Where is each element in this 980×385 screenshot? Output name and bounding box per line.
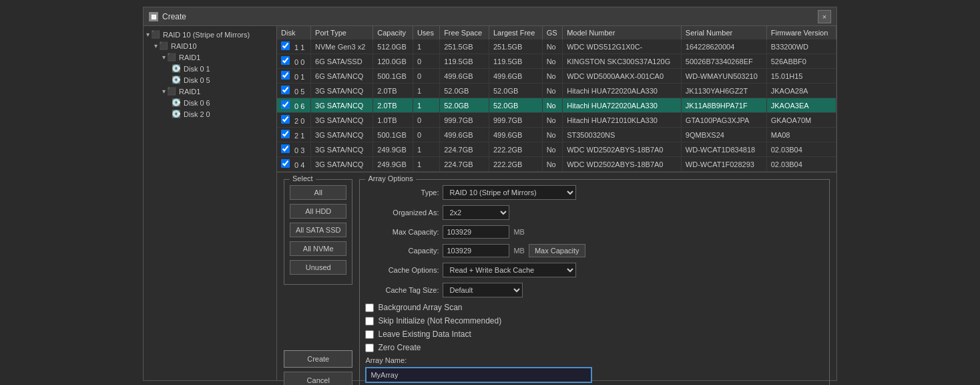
cache-tag-select[interactable]: Default4KB8KB16KB — [443, 283, 523, 297]
select-btn-all-nvme[interactable]: All NVMe — [290, 241, 346, 256]
disk-checkbox-cell[interactable]: 1 1 — [277, 39, 311, 54]
select-btn-all-hdd[interactable]: All HDD — [290, 204, 346, 219]
window-title: Create — [162, 12, 186, 21]
max-capacity-button[interactable]: Max Capacity — [529, 244, 585, 257]
create-button[interactable]: Create — [284, 350, 352, 368]
disk-checkbox-cell[interactable]: 0 1 — [277, 69, 311, 84]
model-cell: WDC WD2502ABYS-18B7A0 — [563, 142, 682, 157]
firmware-cell: 02.03B04 — [766, 157, 836, 172]
free-space-cell: 251.5GB — [440, 39, 489, 54]
firmware-cell: 02.03B04 — [766, 142, 836, 157]
cache-options-select[interactable]: Read + Write Back CacheRead Back CacheNo… — [443, 263, 576, 277]
table-row[interactable]: 0 33G SATA/NCQ249.9GB1224.7GB222.2GBNoWD… — [277, 142, 836, 157]
uses-cell: 1 — [413, 39, 439, 54]
zero-create-checkbox[interactable] — [365, 344, 374, 352]
capacity-cell: 2.0TB — [373, 84, 413, 98]
sidebar-item-disk01[interactable]: 💽 Disk 0 1 — [144, 63, 276, 74]
capacity-cell: 120.0GB — [373, 54, 413, 69]
largest-free-cell: 499.6GB — [489, 69, 542, 84]
sidebar-item-disk05[interactable]: 💽 Disk 0 5 — [144, 74, 276, 86]
firmware-cell: GKAOA70M — [766, 113, 836, 128]
sidebar-item-raid1-a[interactable]: ▾ ⬛ RAID1 — [144, 51, 276, 63]
tree-toggle: ▾ — [162, 53, 166, 61]
gs-cell: No — [542, 142, 563, 157]
type-label: Type: — [365, 188, 439, 197]
firmware-cell: JKAOA28A — [766, 84, 836, 98]
firmware-cell: 15.01H15 — [766, 69, 836, 84]
leave-existing-checkbox[interactable] — [365, 330, 374, 339]
disk-checkbox-cell[interactable]: 0 6 — [277, 98, 311, 113]
col-header-disk: Disk — [277, 26, 311, 39]
type-row: Type: RAID 10 (Stripe of Mirrors)RAID 0R… — [365, 185, 824, 200]
table-row[interactable]: 0 16G SATA/NCQ500.1GB0499.6GB499.6GBNoWD… — [277, 69, 836, 84]
model-cell: Hitachi HUA721010KLA330 — [563, 113, 682, 128]
largest-free-cell: 999.7GB — [489, 113, 542, 128]
select-btn-unused[interactable]: Unused — [290, 260, 346, 275]
max-capacity-input[interactable] — [443, 225, 509, 239]
port-type-cell: 3G SATA/NCQ — [311, 113, 373, 128]
serial-cell: 50026B73340268EF — [681, 54, 766, 69]
type-select[interactable]: RAID 10 (Stripe of Mirrors)RAID 0RAID 1R… — [443, 185, 576, 200]
table-row[interactable]: 1 1NVMe Gen3 x2512.0GB1251.5GB251.5GBNoW… — [277, 39, 836, 54]
col-header-largest-free: Largest Free — [489, 26, 542, 39]
disk-checkbox-cell[interactable]: 2 0 — [277, 113, 311, 128]
close-button[interactable]: × — [818, 10, 831, 23]
sidebar-item-raid10-stripe[interactable]: ▾ ⬛ RAID 10 (Stripe of Mirrors) — [144, 29, 276, 40]
table-row[interactable]: 2 03G SATA/NCQ1.0TB0999.7GB999.7GBNoHita… — [277, 113, 836, 128]
tree-label: Disk 0 1 — [184, 65, 210, 73]
disk-checkbox-cell[interactable]: 0 5 — [277, 84, 311, 98]
capacity-row: Capacity: MB Max Capacity — [365, 244, 824, 257]
table-row[interactable]: 0 63G SATA/NCQ2.0TB152.0GB52.0GBNoHitach… — [277, 98, 836, 113]
largest-free-cell: 52.0GB — [489, 98, 542, 113]
uses-cell: 1 — [413, 98, 439, 113]
sidebar-item-raid1-b[interactable]: ▾ ⬛ RAID1 — [144, 86, 276, 97]
table-row[interactable]: 2 13G SATA/NCQ500.1GB0499.6GB499.6GBNoST… — [277, 128, 836, 142]
tree-icon-disk: 💽 — [172, 98, 181, 107]
table-row[interactable]: 0 06G SATA/SSD120.0GB0119.5GB119.5GBNoKI… — [277, 54, 836, 69]
tree-toggle: ▾ — [154, 42, 158, 49]
uses-cell: 0 — [413, 113, 439, 128]
disk-checkbox-cell[interactable]: 0 0 — [277, 54, 311, 69]
app-icon: ▦ — [149, 12, 158, 21]
uses-cell: 1 — [413, 84, 439, 98]
sidebar-item-disk20[interactable]: 💽 Disk 2 0 — [144, 108, 276, 120]
cancel-button[interactable]: Cancel — [284, 372, 352, 385]
gs-cell: No — [542, 54, 563, 69]
sidebar-item-disk06[interactable]: 💽 Disk 0 6 — [144, 97, 276, 108]
tree-label: RAID1 — [179, 88, 200, 96]
organized-label: Organized As: — [365, 209, 439, 217]
main-window: ▦ Create × ▾ ⬛ RAID 10 (Stripe of Mirror… — [143, 7, 837, 381]
select-panel: Select AllAll HDDAll SATA SSDAll NVMeUnu… — [284, 179, 352, 285]
skip-init-checkbox[interactable] — [365, 317, 374, 326]
tree-icon-raid: ⬛ — [159, 41, 168, 50]
capacity-cell: 249.9GB — [373, 142, 413, 157]
sidebar-item-raid10[interactable]: ▾ ⬛ RAID10 — [144, 40, 276, 51]
capacity-cell: 1.0TB — [373, 113, 413, 128]
tree-label: RAID 10 (Stripe of Mirrors) — [163, 31, 250, 39]
col-header-model-number: Model Number — [563, 26, 682, 39]
bg-scan-checkbox[interactable] — [365, 303, 374, 312]
port-type-cell: 6G SATA/SSD — [311, 54, 373, 69]
array-name-section: Array Name: — [365, 356, 824, 383]
col-header-firmware-version: Firmware Version — [766, 26, 836, 39]
select-btn-all[interactable]: All — [290, 185, 346, 200]
tree-icon-disk: 💽 — [172, 64, 181, 73]
disk-checkbox-cell[interactable]: 0 4 — [277, 157, 311, 172]
table-row[interactable]: 0 53G SATA/NCQ2.0TB152.0GB52.0GBNoHitach… — [277, 84, 836, 98]
uses-cell: 1 — [413, 157, 439, 172]
uses-cell: 0 — [413, 128, 439, 142]
uses-cell: 0 — [413, 69, 439, 84]
max-capacity-label: Max Capacity: — [365, 228, 439, 236]
largest-free-cell: 222.2GB — [489, 157, 542, 172]
serial-cell: WD-WMAYUN503210 — [681, 69, 766, 84]
array-name-input[interactable] — [365, 367, 592, 383]
capacity-input[interactable] — [443, 244, 509, 257]
disk-checkbox-cell[interactable]: 0 3 — [277, 142, 311, 157]
bg-scan-label: Background Array Scan — [378, 303, 462, 312]
organized-select[interactable]: 2x22x32x4 — [443, 205, 509, 220]
model-cell: WDC WDS512G1X0C- — [563, 39, 682, 54]
disk-checkbox-cell[interactable]: 2 1 — [277, 128, 311, 142]
select-btn-all-sata-ssd[interactable]: All SATA SSD — [290, 223, 346, 237]
port-type-cell: 3G SATA/NCQ — [311, 98, 373, 113]
table-row[interactable]: 0 43G SATA/NCQ249.9GB1224.7GB222.2GBNoWD… — [277, 157, 836, 172]
